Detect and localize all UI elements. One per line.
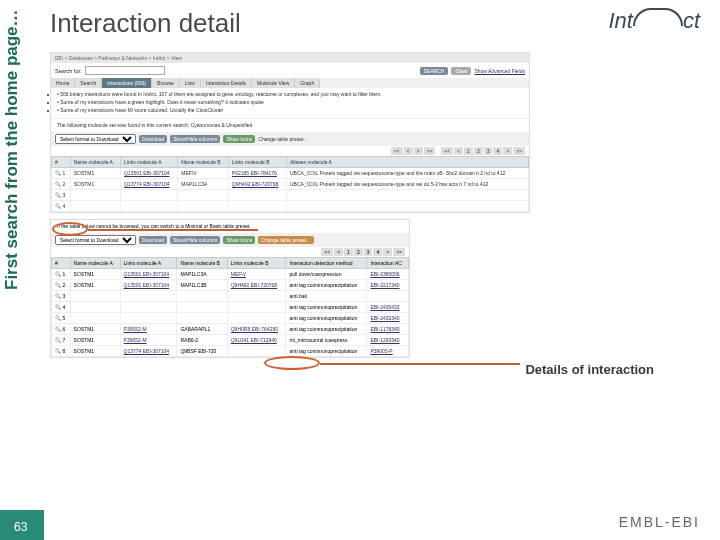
breadcrumb: EBI > Databases > Pathways & Networks > …: [51, 53, 529, 63]
sidebar-caption: First search from the home page…: [2, 9, 22, 290]
show-icons-button[interactable]: Show Icons: [223, 135, 255, 143]
show-columns-button[interactable]: Show/Hide columns: [170, 135, 220, 143]
table-row[interactable]: 🔍 4anti tag coimmunoprecipitationEBI-243…: [52, 302, 409, 313]
format-select[interactable]: Select format to Download: [55, 134, 136, 144]
arrow-2: [320, 363, 520, 365]
detail-panel: If the table below cannot be browsed, yo…: [50, 219, 410, 358]
format-select-2[interactable]: Select format to Download: [55, 235, 136, 245]
table-row[interactable]: 🔍 1SOSTM1Q13501 EBI-307104MEF\VP02185 EB…: [52, 168, 529, 179]
interactions-panel: EBI > Databases > Pathways & Networks > …: [50, 52, 530, 213]
pager[interactable]: <<<1234>>>: [441, 147, 525, 155]
tab-interaction-details[interactable]: Interaction Details: [201, 78, 252, 88]
note-footer: The following molecule set was found in …: [51, 118, 529, 132]
tab-graph[interactable]: Graph: [295, 78, 320, 88]
intact-logo: Intct: [608, 8, 700, 34]
arrow-1: [88, 229, 258, 231]
table-row[interactable]: 🔍 8SOSTM1Q13774 EBI-307104Q9BSF EBI-720a…: [52, 346, 409, 357]
show-columns-button-2[interactable]: Show/Hide columns: [170, 236, 220, 244]
tab-search[interactable]: Search: [75, 78, 102, 88]
change-preset-button[interactable]: Change table preset...: [258, 236, 313, 244]
search-label: Search for:: [55, 68, 82, 74]
panel2-note: If the table below cannot be browsed, yo…: [51, 220, 409, 233]
tab-row: HomeSearchInteractions (506)BrowseListsI…: [51, 78, 529, 88]
annotation-label: Details of interaction: [525, 362, 654, 378]
table-row[interactable]: 🔍 5anti tag coimmunoprecipitationEBI-243…: [52, 313, 409, 324]
table-row[interactable]: 🔍 7SOSTM1P39052-MRAB6-2Q9UJ41 EBI-712940…: [52, 335, 409, 346]
table-row[interactable]: 🔍 6SOSTM1P39052-MGABARAPL1Q9H0R8 EBI-764…: [52, 324, 409, 335]
page-number: 63: [14, 520, 27, 534]
results-table-1: #Name molecule ALinks molecule AName mol…: [51, 156, 529, 212]
show-advanced-link[interactable]: Show Advanced Fields: [474, 68, 525, 74]
table-row[interactable]: 🔍 3anti bait: [52, 291, 409, 302]
show-icons-button-2[interactable]: Show Icons: [223, 236, 255, 244]
search-button[interactable]: SEARCH: [420, 67, 449, 75]
search-input[interactable]: [85, 66, 165, 75]
slide-title: Interaction detail: [50, 8, 241, 39]
tab-home[interactable]: Home: [51, 78, 75, 88]
highlight-ellipse-1: [52, 222, 88, 236]
change-preset-label: Change table preset...: [258, 136, 307, 142]
result-notes: • 506 binary interactions were found in …: [51, 88, 529, 118]
pager-small[interactable]: <<<>>>: [391, 147, 436, 155]
tab-browse[interactable]: Browse: [152, 78, 180, 88]
clear-button[interactable]: Clear: [451, 67, 471, 75]
tab-molecule-view[interactable]: Molecule View: [252, 78, 295, 88]
table-row[interactable]: 🔍 3: [52, 190, 529, 201]
download-button[interactable]: Download: [139, 135, 167, 143]
table-row[interactable]: 🔍 4: [52, 201, 529, 212]
tab-interactions-[interactable]: Interactions (506): [102, 78, 152, 88]
results-table-2: #Name molecule ALinks molecule AName mol…: [51, 257, 409, 357]
table-row[interactable]: 🔍 2SOSTM1Q13774 EBI-307104MAP1LC3AQ9H492…: [52, 179, 529, 190]
download-button-2[interactable]: Download: [139, 236, 167, 244]
table-row[interactable]: 🔍 1SOSTM1Q13501 EBI-307104MAP1LC3AMEF\Vp…: [52, 269, 409, 280]
pager-2[interactable]: <<<1234>>>: [321, 248, 405, 256]
tab-lists[interactable]: Lists: [180, 78, 201, 88]
ebi-logo: EMBL-EBI: [619, 514, 700, 530]
table-row[interactable]: 🔍 2SOSTM1Q13501 EBI-307104MAP1LC3BQ9H492…: [52, 280, 409, 291]
highlight-ellipse-2: [264, 356, 320, 370]
